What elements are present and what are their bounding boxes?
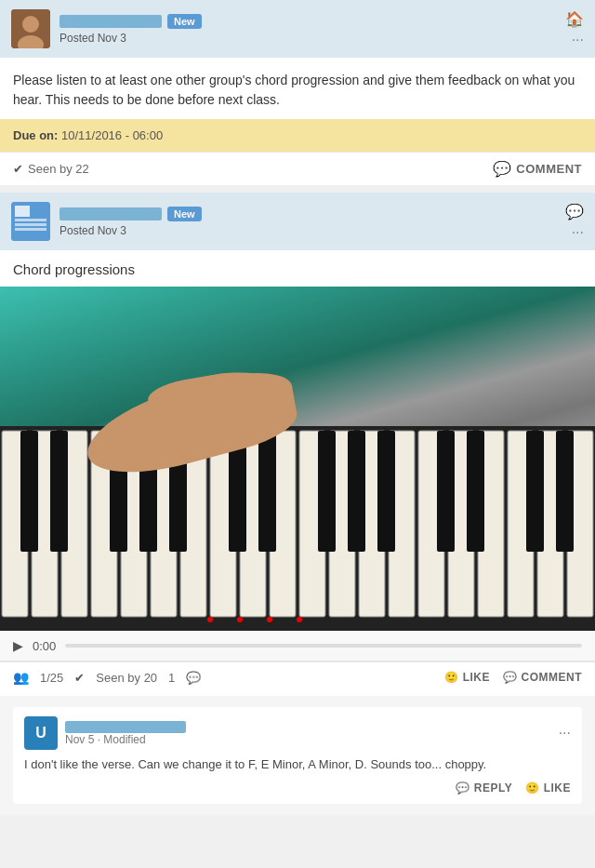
footer-right-2: 🙂 LIKE 💬 COMMENT xyxy=(444,671,582,684)
comment-button-1[interactable]: 💬 COMMENT xyxy=(493,160,582,178)
avatar-2 xyxy=(11,202,50,241)
comment-label-1: COMMENT xyxy=(516,162,582,176)
new-badge-2: New xyxy=(167,207,202,221)
more-options-icon-1[interactable]: ··· xyxy=(572,32,584,48)
post-meta-2: New Posted Nov 3 xyxy=(60,207,202,237)
comment-section: U Nov 5 · Modified ··· I don't like the … xyxy=(0,696,595,815)
comment-label-2: COMMENT xyxy=(522,671,583,684)
seen-check-2: ✔ xyxy=(74,671,85,685)
comment-icon-2[interactable]: 💬 xyxy=(565,203,584,220)
svg-point-46 xyxy=(297,617,302,622)
name-row-1: New xyxy=(60,14,202,29)
name-row-2: New xyxy=(60,207,202,221)
due-label-1: Due on: xyxy=(13,128,58,142)
post-card-2: New Posted Nov 3 💬 ··· Chord progression… xyxy=(0,193,595,815)
commenter-meta: Nov 5 · Modified xyxy=(65,721,186,746)
svg-rect-41 xyxy=(526,431,544,552)
seen-count-1: Seen by 22 xyxy=(28,162,89,176)
reply-label: REPLY xyxy=(474,781,512,795)
comment-actions: 💬 REPLY 🙂 LIKE xyxy=(24,781,571,795)
comment-header-left-1: U Nov 5 · Modified xyxy=(24,716,186,750)
svg-rect-35 xyxy=(258,431,276,552)
svg-rect-40 xyxy=(467,431,484,552)
footer-left-2: 👥 1/25 ✔ Seen by 20 1 💬 xyxy=(13,670,201,685)
like-button-2[interactable]: 🙂 LIKE xyxy=(444,671,490,684)
comment-like-button[interactable]: 🙂 LIKE xyxy=(525,781,571,795)
piano-image xyxy=(0,287,595,631)
comments-bubble-icon: 💬 xyxy=(186,671,201,685)
post-body-1: Please listen to at least one other grou… xyxy=(0,58,595,110)
posted-date-1: Posted Nov 3 xyxy=(60,32,202,45)
post-header-left-1: New Posted Nov 3 xyxy=(11,9,202,48)
svg-rect-37 xyxy=(348,431,365,552)
reply-button[interactable]: 💬 REPLY xyxy=(456,781,512,795)
seen-count-2: Seen by 20 xyxy=(96,671,157,685)
name-bar-1 xyxy=(60,15,162,28)
post-header-left-2: New Posted Nov 3 xyxy=(11,202,202,241)
svg-rect-42 xyxy=(556,431,574,552)
post-meta-1: New Posted Nov 3 xyxy=(60,14,202,45)
bubble-icon-1: 💬 xyxy=(493,160,512,178)
avatar-img-1 xyxy=(11,9,50,48)
comment-text: I don't like the verse. Can we change it… xyxy=(24,755,571,774)
comment-header-1: U Nov 5 · Modified ··· xyxy=(24,716,571,750)
checkmark-icon-1: ✔ xyxy=(13,162,23,176)
new-badge-1: New xyxy=(167,14,202,29)
comment-more-icon[interactable]: ··· xyxy=(559,725,571,741)
avatar-1 xyxy=(11,9,50,48)
svg-point-45 xyxy=(267,617,272,622)
post-footer-2: 👥 1/25 ✔ Seen by 20 1 💬 🙂 LIKE 💬 COMMENT xyxy=(0,661,595,692)
svg-rect-4 xyxy=(15,206,30,217)
svg-point-44 xyxy=(237,617,243,622)
post-header-2: New Posted Nov 3 💬 ··· xyxy=(0,193,595,250)
post-header-right-1: 🏠 ··· xyxy=(565,10,584,48)
video-controls: ▶ 0:00 xyxy=(0,631,595,661)
commenter-name-bar xyxy=(65,721,186,733)
scene-background xyxy=(0,287,595,449)
posted-date-2: Posted Nov 3 xyxy=(60,224,202,237)
post-footer-1: ✔ Seen by 22 💬 COMMENT xyxy=(0,152,595,185)
svg-rect-36 xyxy=(318,431,336,552)
svg-point-43 xyxy=(207,617,213,622)
svg-rect-29 xyxy=(20,431,38,552)
post-header-1: New Posted Nov 3 🏠 ··· xyxy=(0,0,595,58)
play-button[interactable]: ▶ xyxy=(13,638,23,653)
comment-date: Nov 5 · Modified xyxy=(65,733,186,746)
post-text-1: Please listen to at least one other grou… xyxy=(13,71,582,110)
svg-rect-39 xyxy=(437,431,455,552)
reply-bubble-icon: 💬 xyxy=(456,781,470,795)
comment-item-1: U Nov 5 · Modified ··· I don't like the … xyxy=(13,707,582,804)
smile-icon: 🙂 xyxy=(444,671,459,684)
commenter-avatar: U xyxy=(24,716,58,750)
comments-count: 1 xyxy=(168,671,175,685)
post-title-2: Chord progressions xyxy=(0,250,595,287)
more-options-icon-2[interactable]: ··· xyxy=(572,224,584,241)
name-bar-2 xyxy=(60,207,162,220)
post-header-right-2: 💬 ··· xyxy=(565,203,584,241)
svg-rect-30 xyxy=(50,431,68,552)
svg-point-1 xyxy=(22,16,39,33)
due-banner-1: Due on: 10/11/2016 - 06:00 xyxy=(0,119,595,152)
like-label-2: LIKE xyxy=(463,671,490,684)
home-icon-1[interactable]: 🏠 xyxy=(565,10,584,28)
count-label: 1/25 xyxy=(40,671,63,685)
svg-rect-7 xyxy=(15,228,46,231)
svg-rect-6 xyxy=(15,223,46,226)
avatar-img-2 xyxy=(11,202,50,241)
due-value-1: 10/11/2016 - 06:00 xyxy=(61,128,163,142)
comment-like-label: LIKE xyxy=(544,781,571,795)
svg-rect-5 xyxy=(15,219,46,221)
post-card-1: New Posted Nov 3 🏠 ··· Please listen to … xyxy=(0,0,595,185)
seen-row-1: ✔ Seen by 22 xyxy=(13,162,89,176)
group-icon: 👥 xyxy=(13,670,29,685)
comment-button-2[interactable]: 💬 COMMENT xyxy=(503,671,582,684)
like-smile-icon: 🙂 xyxy=(525,781,540,795)
svg-rect-38 xyxy=(377,431,395,552)
progress-bar[interactable] xyxy=(65,644,582,648)
bubble-icon-2: 💬 xyxy=(503,671,518,684)
video-time: 0:00 xyxy=(33,639,56,653)
